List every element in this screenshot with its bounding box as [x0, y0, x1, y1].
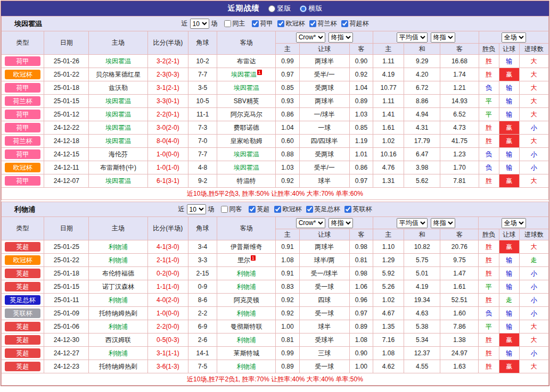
- team-name[interactable]: 里尔: [237, 256, 250, 264]
- team-name[interactable]: SBV精英: [234, 97, 259, 105]
- scope-select[interactable]: 全场: [502, 218, 526, 228]
- league-filter[interactable]: 荷超杯: [341, 19, 369, 28]
- home-team-cell: 西汉姆联: [89, 333, 147, 347]
- team-name[interactable]: 皇家哈勒姆: [231, 137, 262, 145]
- team-name[interactable]: 利物浦: [109, 256, 128, 264]
- team-name[interactable]: 特温特: [237, 177, 256, 185]
- team-name[interactable]: 阿克灵顿: [234, 296, 259, 304]
- odds-stage-select[interactable]: 终指: [329, 218, 353, 228]
- league-cell: 英超: [2, 240, 44, 254]
- layout-option-horizontal[interactable]: 横版: [300, 4, 323, 13]
- same-venue-checkbox[interactable]: [221, 206, 228, 213]
- league-checkbox[interactable]: [252, 20, 259, 27]
- match-row: 荷甲24-12-22埃因霍温3-0(2-0)7-3费耶诺德1.04一球0.851…: [2, 121, 549, 135]
- handicap-odds-cell: 0.92: [276, 174, 299, 188]
- match-count-select[interactable]: 10: [187, 204, 206, 214]
- league-badge: 英超: [5, 348, 40, 358]
- team-name[interactable]: 埃因霍温: [234, 164, 259, 171]
- match-row: 荷甲24-12-15海伦芬1-0(0-0)7-7埃因霍温0.88受两球1.011…: [2, 148, 549, 161]
- league-checkbox[interactable]: [309, 20, 316, 27]
- avg-odds-cell: 1.02: [373, 294, 404, 307]
- team-name[interactable]: 诺丁汉森林: [102, 283, 134, 290]
- team-name[interactable]: 埃因霍温: [105, 177, 131, 185]
- handicap-odds-cell: 0.90: [349, 55, 373, 68]
- odds-stage-select[interactable]: 终指: [329, 32, 353, 43]
- col-home: 主场: [89, 31, 147, 55]
- team-name[interactable]: 布雷斯特(中): [100, 164, 136, 171]
- same-venue-filter[interactable]: 同主: [224, 19, 245, 28]
- odds-company-select[interactable]: Crow*: [296, 32, 325, 43]
- team-name[interactable]: 埃因霍温: [231, 71, 257, 78]
- team-name[interactable]: 利物浦: [109, 243, 128, 251]
- team-name[interactable]: 曼彻斯特联: [231, 323, 262, 330]
- team-name[interactable]: 埃因霍温: [234, 84, 259, 91]
- team-name[interactable]: 利物浦: [237, 336, 256, 344]
- score-cell: 3-1(1-1): [147, 347, 188, 360]
- league-checkbox[interactable]: [306, 206, 313, 213]
- avg-type-select[interactable]: 平均值: [397, 218, 428, 228]
- team-name[interactable]: 利物浦: [237, 270, 256, 277]
- league-checkbox[interactable]: [344, 206, 351, 213]
- team-name[interactable]: 埃因霍温: [105, 124, 131, 131]
- league-filter[interactable]: 荷甲: [252, 19, 273, 28]
- vertical-layout-radio[interactable]: [268, 5, 275, 12]
- horizontal-layout-radio[interactable]: [300, 5, 307, 12]
- avg-stage-select[interactable]: 终指: [431, 32, 455, 43]
- team-name[interactable]: 利物浦: [109, 349, 128, 357]
- games-label: 场: [208, 205, 215, 214]
- team-name[interactable]: 莱斯特城: [234, 349, 259, 357]
- team-name[interactable]: 利物浦: [237, 283, 256, 290]
- team-name[interactable]: 西汉姆联: [105, 336, 131, 344]
- team-name[interactable]: 海伦芬: [109, 151, 128, 158]
- team-name[interactable]: 托特纳姆热刺: [99, 363, 137, 370]
- same-venue-filter[interactable]: 同客: [221, 205, 242, 214]
- team-name[interactable]: 布伦特福德: [102, 270, 134, 277]
- layout-option-vertical[interactable]: 竖版: [268, 4, 291, 13]
- avg-odds-cell: 14.93: [440, 95, 479, 108]
- league-filter[interactable]: 英超: [249, 205, 270, 214]
- handicap-odds-cell: 1.19: [349, 135, 373, 148]
- league-checkbox[interactable]: [274, 206, 281, 213]
- avg-odds-cell: 5.34: [404, 333, 440, 347]
- league-filter[interactable]: 欧冠杯: [277, 19, 305, 28]
- league-checkbox[interactable]: [277, 20, 284, 27]
- team-name[interactable]: 伊普斯维奇: [231, 243, 262, 251]
- league-checkbox[interactable]: [249, 206, 256, 213]
- corner-cell: 2-2: [188, 307, 217, 320]
- handicap-odds-cell: 四球: [299, 294, 349, 307]
- team-name[interactable]: 利物浦: [237, 310, 256, 317]
- team-name[interactable]: 费耶诺德: [234, 124, 259, 131]
- team-name[interactable]: 布雷达: [237, 57, 256, 65]
- col-type: 类型: [2, 31, 44, 55]
- avg-stage-select[interactable]: 终指: [431, 218, 455, 228]
- league-cell: 英超: [2, 360, 44, 373]
- team-name[interactable]: 埃因霍温: [234, 151, 259, 158]
- match-count-select[interactable]: 10: [190, 19, 209, 29]
- team-name[interactable]: 埃因霍温: [105, 111, 131, 118]
- same-venue-checkbox[interactable]: [224, 20, 231, 27]
- team-name[interactable]: 埃因霍温: [105, 137, 131, 145]
- team-name[interactable]: 利物浦: [109, 296, 128, 304]
- handicap-odds-cell: 0.90: [349, 347, 373, 360]
- team-name[interactable]: 托特纳姆热刺: [99, 310, 137, 317]
- scope-select[interactable]: 全场: [502, 32, 526, 43]
- odds-company-select[interactable]: Crow*: [296, 218, 325, 228]
- team-name[interactable]: 兹沃勒: [109, 84, 128, 91]
- handicap-odds-cell: 1.04: [276, 121, 299, 135]
- league-filter[interactable]: 欧冠杯: [274, 205, 302, 214]
- home-team-cell: 埃因霍温: [89, 108, 147, 121]
- avg-type-select[interactable]: 平均值: [397, 32, 428, 43]
- league-filter[interactable]: 荷兰杯: [309, 19, 337, 28]
- team-name[interactable]: 埃因霍温: [105, 57, 131, 65]
- league-badge: 欧冠杯: [5, 255, 40, 265]
- avg-odds-cell: 1.02: [373, 135, 404, 148]
- team-name[interactable]: 利物浦: [237, 363, 256, 370]
- league-checkbox[interactable]: [341, 20, 348, 27]
- result-cell: 小: [519, 148, 548, 161]
- league-filter[interactable]: 英联杯: [344, 205, 372, 214]
- league-filter[interactable]: 英足总杯: [306, 205, 340, 214]
- team-name[interactable]: 贝尔格莱德红星: [96, 71, 141, 78]
- team-name[interactable]: 埃因霍温: [105, 97, 131, 105]
- team-name[interactable]: 阿尔克马尔: [231, 111, 262, 118]
- team-name[interactable]: 利物浦: [109, 323, 128, 330]
